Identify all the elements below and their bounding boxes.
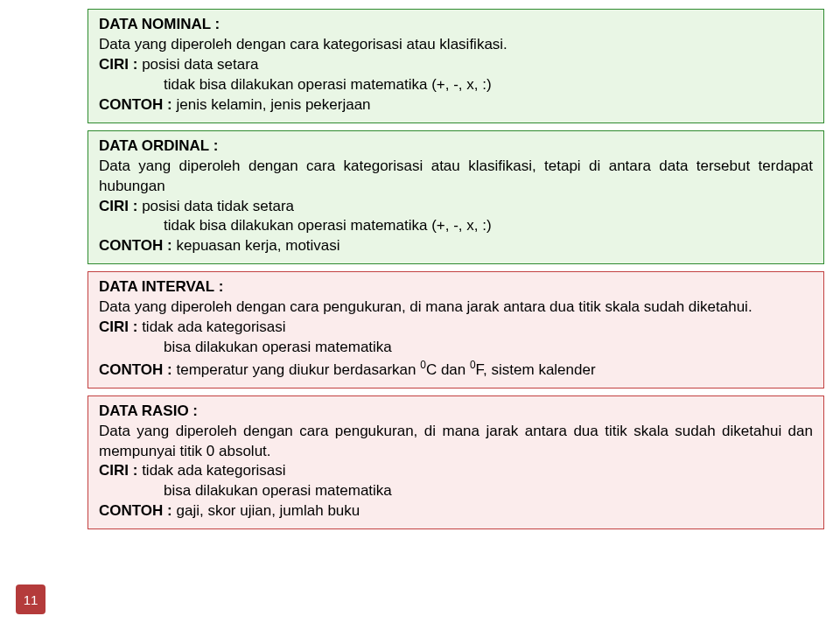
box-desc: Data yang diperoleh dengan cara pengukur…	[99, 422, 813, 462]
ciri-label: CIRI :	[99, 318, 137, 335]
contoh-text: kepuasan kerja, motivasi	[176, 237, 340, 254]
box-desc: Data yang diperoleh dengan cara kategori…	[99, 157, 813, 197]
contoh-text: temperatur yang diukur berdasarkan 0C da…	[176, 361, 595, 378]
ciri-text-2: tidak bisa dilakukan operasi matematika …	[99, 216, 813, 236]
ciri-text-1: posisi data tidak setara	[142, 198, 294, 214]
box-ordinal: DATA ORDINAL : Data yang diperoleh denga…	[88, 130, 824, 265]
box-desc: Data yang diperoleh dengan cara kategori…	[99, 35, 813, 55]
ciri-text-1: posisi data setara	[142, 56, 258, 73]
box-title: DATA INTERVAL :	[99, 278, 223, 295]
contoh-label: CONTOH :	[99, 96, 172, 113]
ciri-label: CIRI :	[99, 56, 137, 73]
ciri-text-1: tidak ada kategorisasi	[142, 462, 285, 479]
slide-content: DATA NOMINAL : Data yang diperoleh denga…	[88, 9, 824, 614]
ciri-label: CIRI :	[99, 462, 137, 479]
ciri-label: CIRI :	[99, 198, 137, 214]
box-title: DATA RASIO :	[99, 402, 198, 419]
page-number: 11	[16, 584, 46, 614]
contoh-label: CONTOH :	[99, 237, 172, 254]
box-title: DATA NOMINAL :	[99, 16, 220, 32]
contoh-text: jenis kelamin, jenis pekerjaan	[176, 96, 370, 113]
box-title: DATA ORDINAL :	[99, 137, 218, 154]
box-desc: Data yang diperoleh dengan cara pengukur…	[99, 298, 813, 318]
ciri-text-1: tidak ada kategorisasi	[142, 318, 285, 335]
contoh-label: CONTOH :	[99, 502, 172, 519]
ciri-text-2: bisa dilakukan operasi matematika	[99, 481, 813, 501]
contoh-label: CONTOH :	[99, 361, 172, 378]
contoh-text: gaji, skor ujian, jumlah buku	[176, 502, 360, 519]
box-interval: DATA INTERVAL : Data yang diperoleh deng…	[88, 271, 824, 388]
box-nominal: DATA NOMINAL : Data yang diperoleh denga…	[88, 9, 824, 123]
box-rasio: DATA RASIO : Data yang diperoleh dengan …	[88, 396, 824, 530]
ciri-text-2: bisa dilakukan operasi matematika	[99, 338, 813, 358]
ciri-text-2: tidak bisa dilakukan operasi matematika …	[99, 75, 813, 95]
